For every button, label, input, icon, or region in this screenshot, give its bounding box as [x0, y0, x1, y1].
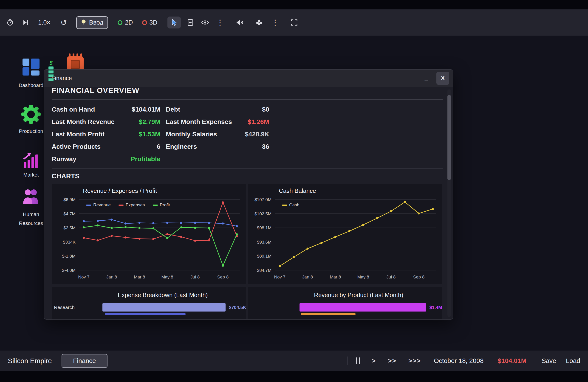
fullscreen-icon[interactable]: [291, 19, 298, 26]
statusbar: Silicon Empire Finance > >> >>> October …: [0, 351, 588, 371]
human-resources-desktop-icon[interactable]: [22, 189, 40, 205]
chart-legend: Cash: [282, 202, 299, 207]
svg-text:Sep 8: Sep 8: [413, 275, 425, 279]
overflow-menu-icon-2[interactable]: ⋮: [271, 19, 279, 26]
svg-text:$2.5M: $2.5M: [63, 225, 76, 230]
scrollbar-thumb[interactable]: [447, 95, 451, 180]
bulb-icon: [81, 19, 86, 26]
dashboard-icon: [22, 59, 40, 76]
svg-text:Jul 8: Jul 8: [386, 275, 396, 279]
cash-balance-chart: Cash Balance Cash $107.0M$102.5M$98.1M$9…: [248, 184, 442, 284]
close-button[interactable]: X: [436, 72, 449, 85]
partial-bar-row: [248, 313, 442, 315]
partial-bar-row: [52, 313, 246, 315]
stat-row: Cash on Hand$104.01MDebt$0: [52, 103, 443, 116]
human-resources-icon-label: Human Resources: [15, 210, 47, 228]
bar-rows: $1.4M: [248, 302, 442, 315]
partial-bar: [301, 313, 356, 315]
bar: [299, 303, 426, 312]
svg-text:Mar 8: Mar 8: [134, 275, 145, 279]
taskbar-finance-button[interactable]: Finance: [62, 354, 107, 368]
overflow-menu-icon[interactable]: ⋮: [216, 19, 224, 26]
stat-row: Active Products6Engineers36: [52, 141, 443, 153]
svg-text:Jan 8: Jan 8: [106, 275, 117, 279]
flower-icon[interactable]: [256, 19, 263, 26]
bar-charts-row: Expense Breakdown (Last Month) Research$…: [52, 287, 443, 319]
game-date: October 18, 2008: [434, 357, 483, 364]
window-content: FINANCIAL OVERVIEW Cash on Hand$104.01MD…: [44, 87, 453, 319]
svg-text:$93.6M: $93.6M: [257, 240, 272, 244]
gauge-icon[interactable]: [6, 19, 14, 26]
divider: [52, 168, 443, 169]
svg-text:$6.9M: $6.9M: [63, 197, 76, 202]
mode-2d-button[interactable]: 2D: [118, 19, 133, 26]
eye-icon[interactable]: [201, 20, 209, 25]
speed-indicator[interactable]: 1.0×: [38, 19, 50, 26]
cash-indicator: $104.01M: [498, 357, 526, 364]
people-icon: [22, 189, 40, 204]
stats-table: Cash on Hand$104.01MDebt$0Last Month Rev…: [52, 103, 443, 165]
production-desktop-icon[interactable]: [21, 105, 41, 125]
separator: [348, 357, 348, 365]
cursor-icon: [171, 19, 178, 26]
bar-value: $1.4M: [429, 305, 442, 310]
svg-text:Jan 8: Jan 8: [302, 275, 313, 279]
market-desktop-icon[interactable]: [22, 151, 40, 170]
svg-text:May 8: May 8: [357, 275, 369, 279]
volume-icon[interactable]: [236, 19, 244, 26]
speed-3-button[interactable]: >>>: [408, 357, 421, 364]
chart-title: Expense Breakdown (Last Month): [52, 287, 246, 299]
svg-text:Mar 8: Mar 8: [330, 275, 341, 279]
svg-text:Nov 7: Nov 7: [274, 275, 286, 279]
top-black-strip: [0, 0, 588, 9]
chart-title: Revenue / Expenses / Profit: [52, 184, 246, 194]
load-button[interactable]: Load: [566, 357, 580, 364]
top-toolbar: 1.0× ↺ Ввод 2D 3D ⋮: [0, 9, 588, 36]
stat-row: Last Month Profit$1.53MMonthly Salaries$…: [52, 128, 443, 141]
expense-breakdown-chart: Expense Breakdown (Last Month) Research$…: [52, 287, 246, 319]
window-titlebar[interactable]: Finance _ X: [44, 70, 453, 87]
svg-text:Sep 8: Sep 8: [217, 275, 229, 279]
legend-item: Profit: [153, 202, 170, 207]
dashboard-desktop-icon[interactable]: [22, 59, 40, 76]
mode-2d-label: 2D: [125, 19, 133, 26]
svg-text:$84.7M: $84.7M: [257, 268, 272, 273]
window-scrollbar[interactable]: [447, 89, 451, 317]
step-forward-icon[interactable]: [22, 19, 29, 26]
bar-row: Research$704.5K: [52, 302, 246, 312]
input-mode-button[interactable]: Ввод: [76, 16, 108, 29]
input-mode-label: Ввод: [89, 19, 103, 26]
svg-text:$-4.0M: $-4.0M: [62, 268, 76, 273]
legend-item: Revenue: [86, 202, 111, 207]
reset-icon[interactable]: ↺: [61, 19, 67, 26]
pause-button[interactable]: [356, 358, 360, 364]
stat-row: RunwayProfitable: [52, 153, 443, 165]
game-title: Silicon Empire: [8, 357, 52, 365]
mode-3d-button[interactable]: 3D: [142, 19, 158, 26]
svg-text:$98.1M: $98.1M: [257, 225, 272, 230]
chart-title: Revenue by Product (Last Month): [248, 287, 442, 299]
svg-text:$-1.8M: $-1.8M: [62, 254, 76, 259]
form-tool-icon[interactable]: [187, 19, 194, 26]
finance-window: Finance _ X FINANCIAL OVERVIEW Cash on H…: [44, 69, 453, 320]
cursor-tool-button[interactable]: [168, 17, 181, 28]
bottom-black-strip: [0, 371, 588, 382]
speed-1-button[interactable]: >: [372, 357, 376, 364]
partial-bar: [105, 313, 186, 315]
svg-text:$4.7M: $4.7M: [63, 211, 76, 216]
section-heading-overview: FINANCIAL OVERVIEW: [52, 87, 443, 95]
speed-2-button[interactable]: >>: [388, 357, 397, 364]
svg-text:$102.5M: $102.5M: [254, 211, 272, 216]
bar: [103, 303, 226, 312]
minimize-button[interactable]: _: [420, 72, 433, 85]
revenue-expenses-profit-chart: Revenue / Expenses / Profit RevenueExpen…: [52, 184, 246, 284]
gear-icon: [21, 105, 41, 124]
3d-ring-icon: [142, 20, 147, 25]
save-button[interactable]: Save: [542, 357, 556, 364]
dollar-icon: $: [49, 60, 52, 66]
svg-text:Nov 7: Nov 7: [78, 275, 90, 279]
chart-title: Cash Balance: [248, 184, 442, 194]
finance-desktop-icon[interactable]: $: [48, 60, 54, 81]
svg-text:$107.0M: $107.0M: [254, 197, 272, 202]
svg-text:$89.1M: $89.1M: [257, 254, 272, 259]
